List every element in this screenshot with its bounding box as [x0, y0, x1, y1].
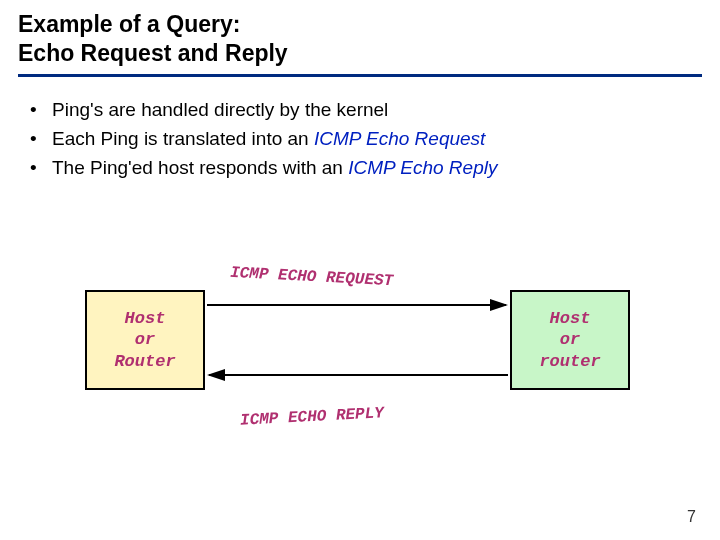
bullet-text: Ping's are handled directly by the kerne…	[52, 99, 388, 120]
bullet-item: Ping's are handled directly by the kerne…	[30, 95, 720, 124]
bullet-item: Each Ping is translated into an ICMP Ech…	[30, 124, 720, 153]
echo-diagram: Host or Router Host or router ICMP ECHO …	[0, 250, 720, 450]
title-line-2: Echo Request and Reply	[18, 39, 720, 68]
bullet-text: Each Ping is translated into an	[52, 128, 314, 149]
slide-title: Example of a Query: Echo Request and Rep…	[0, 0, 720, 68]
bullet-text: The Ping'ed host responds with an	[52, 157, 348, 178]
bullet-emphasis: ICMP Echo Request	[314, 128, 485, 149]
bullet-emphasis: ICMP Echo Reply	[348, 157, 497, 178]
title-line-1: Example of a Query:	[18, 10, 720, 39]
page-number: 7	[687, 508, 696, 526]
title-underline	[18, 74, 702, 77]
bullet-list: Ping's are handled directly by the kerne…	[30, 95, 720, 183]
arrows-svg	[0, 250, 720, 450]
bullet-item: The Ping'ed host responds with an ICMP E…	[30, 153, 720, 182]
